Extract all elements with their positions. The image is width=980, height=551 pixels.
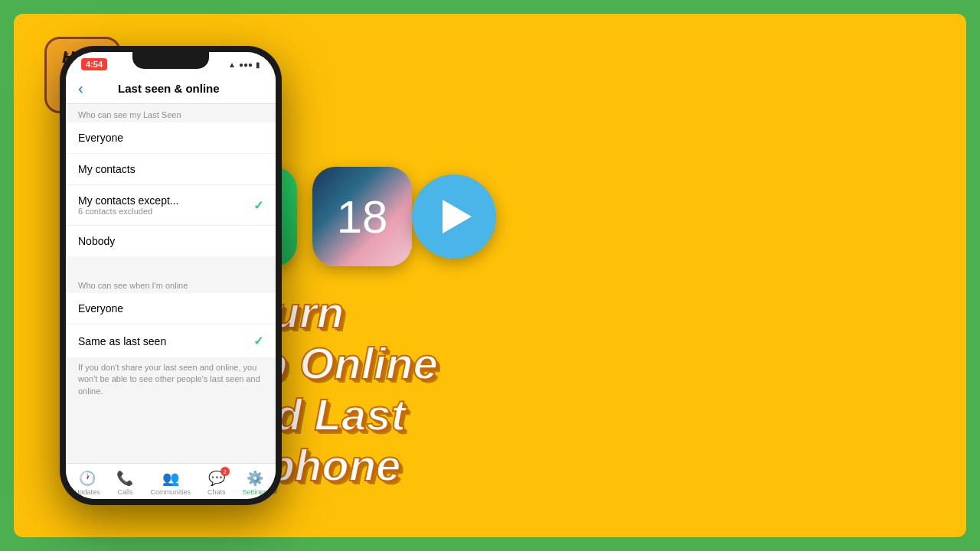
- tab-calls[interactable]: 📞 Calls: [116, 470, 133, 496]
- section2-header: Who can see when I'm online: [66, 275, 276, 293]
- online-options: Everyone Same as last seen ✓: [66, 293, 276, 357]
- ios18-number: 18: [337, 191, 388, 243]
- battery-icon: ▮: [256, 60, 260, 69]
- list-item[interactable]: Everyone: [66, 122, 276, 154]
- option-my-contacts-except: My contacts except...: [78, 194, 179, 207]
- tab-bar: 🕐 Updates 📞 Calls 👥 Communities 💬 2: [66, 463, 276, 499]
- tab-updates-label: Updates: [74, 488, 100, 496]
- tab-chats[interactable]: 💬 2 Chats: [207, 470, 226, 496]
- option-nobody: Nobody: [78, 235, 115, 247]
- option-same-as-last-seen: Same as last seen: [78, 335, 166, 347]
- info-text: If you don't share your last seen and on…: [66, 357, 276, 405]
- chats-badge: 2: [220, 467, 230, 476]
- section-separator: [66, 256, 276, 275]
- play-button[interactable]: [412, 174, 496, 259]
- settings-content: Who can see my Last Seen Everyone My con…: [66, 104, 276, 463]
- checkmark-icon-2: ✓: [253, 334, 263, 348]
- list-item[interactable]: Everyone: [66, 293, 276, 324]
- phone-mockup: 4:54 ▲ ●●● ▮ ‹ Last seen & online Who ca…: [60, 46, 282, 505]
- settings-icon: ⚙️: [247, 470, 263, 487]
- option-my-contacts: My contacts: [78, 163, 136, 175]
- communities-icon: 👥: [162, 470, 179, 487]
- option-everyone: Everyone: [78, 132, 123, 144]
- tab-settings[interactable]: ⚙️ Settings: [242, 470, 267, 496]
- nav-bar: ‹ Last seen & online: [66, 73, 276, 104]
- calls-icon: 📞: [116, 470, 133, 487]
- wifi-icon: ▲: [228, 60, 236, 69]
- checkmark-icon: ✓: [253, 198, 263, 213]
- option-everyone-online: Everyone: [78, 302, 123, 315]
- nav-title: Last seen & online: [90, 82, 248, 95]
- status-time: 4:54: [81, 58, 107, 70]
- back-button[interactable]: ‹: [78, 80, 83, 97]
- contacts-excluded-count: 6 contacts excluded: [78, 207, 179, 216]
- list-item[interactable]: My contacts except... 6 contacts exclude…: [66, 185, 276, 226]
- tab-communities[interactable]: 👥 Communities: [150, 470, 191, 496]
- status-icons: ▲ ●●● ▮: [228, 60, 260, 69]
- chats-badge-wrapper: 💬 2: [208, 470, 225, 487]
- tab-calls-label: Calls: [117, 488, 132, 496]
- signal-icon: ●●●: [239, 60, 253, 69]
- list-item[interactable]: Same as last seen ✓: [66, 324, 276, 357]
- last-seen-options: Everyone My contacts My contacts except.…: [66, 122, 276, 256]
- ios18-icon: 18: [312, 167, 412, 266]
- phone-notch: [132, 52, 209, 69]
- play-triangle-icon: [443, 200, 472, 233]
- section1-header: Who can see my Last Seen: [66, 104, 276, 122]
- tab-communities-label: Communities: [150, 488, 191, 496]
- updates-icon: 🕐: [79, 470, 96, 487]
- list-item[interactable]: My contacts: [66, 154, 276, 185]
- main-container: HOW TO 🎙️ 18 How To Turn Whatsapp Online…: [14, 14, 966, 537]
- tab-updates[interactable]: 🕐 Updates: [74, 470, 100, 496]
- list-item[interactable]: Nobody: [66, 226, 276, 256]
- tab-chats-label: Chats: [207, 488, 226, 496]
- option-my-contacts-except-wrapper: My contacts except... 6 contacts exclude…: [78, 194, 179, 216]
- phone-screen: 4:54 ▲ ●●● ▮ ‹ Last seen & online Who ca…: [66, 52, 276, 499]
- tab-settings-label: Settings: [242, 488, 267, 496]
